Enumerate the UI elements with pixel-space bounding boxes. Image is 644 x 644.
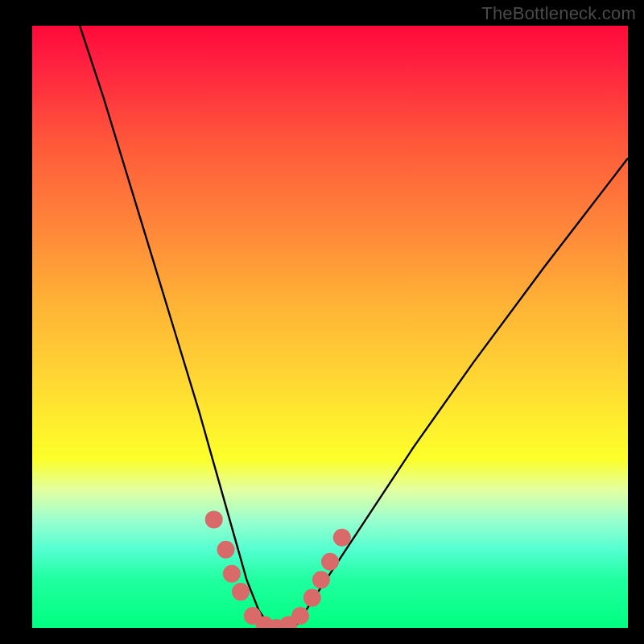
- chart-frame: TheBottleneck.com: [0, 0, 644, 644]
- marker-left-marker-1: [205, 510, 223, 528]
- chart-svg: [32, 26, 628, 628]
- plot-area: [32, 26, 628, 628]
- marker-bottom-4: [279, 616, 297, 628]
- marker-right-marker-4: [333, 529, 351, 547]
- marker-right-marker-3: [321, 553, 339, 571]
- marker-right-marker-1: [303, 589, 321, 607]
- marker-left-marker-3: [223, 565, 241, 583]
- marker-left-marker-2: [217, 541, 235, 559]
- marker-bottom-2: [256, 616, 274, 628]
- marker-bottom-5: [291, 607, 309, 625]
- marker-bottom-3: [267, 619, 285, 628]
- bottleneck-curve: [80, 26, 628, 628]
- watermark-text: TheBottleneck.com: [481, 3, 636, 24]
- marker-right-marker-2: [312, 571, 330, 588]
- marker-bottom-1: [244, 607, 262, 625]
- marker-left-marker-4: [232, 583, 250, 601]
- data-markers: [205, 510, 351, 628]
